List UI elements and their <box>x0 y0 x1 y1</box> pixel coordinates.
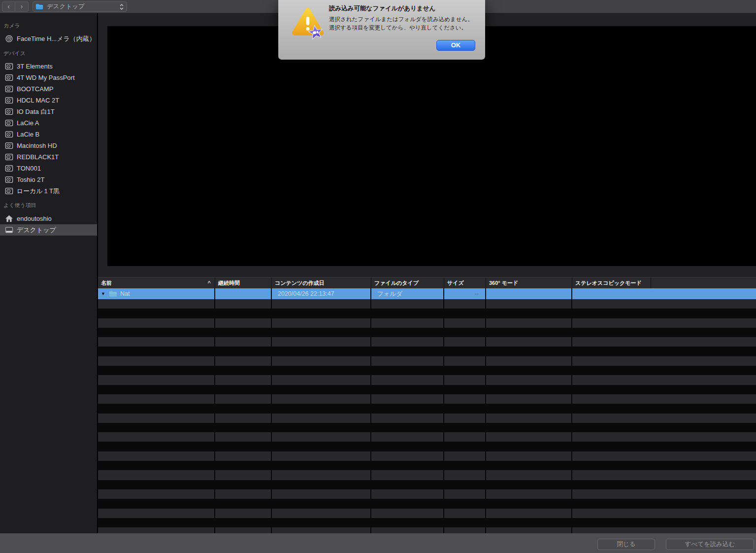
file-name: Nat <box>120 288 130 299</box>
column-header[interactable]: 継続時間 <box>215 277 272 288</box>
desktop-icon <box>5 226 13 234</box>
sidebar-item-drive[interactable]: TON001 <box>0 163 97 174</box>
column-header[interactable]: 名前^ <box>98 277 215 288</box>
drive-icon <box>5 153 13 161</box>
sidebar-section-title: カメラ <box>3 22 20 29</box>
sidebar-item-drive[interactable]: 4T WD My PassPort <box>0 72 97 83</box>
created-date-cell: 2020/04/26 22:13:47 <box>272 288 371 299</box>
empty-table-row <box>98 518 756 527</box>
empty-table-row <box>98 366 756 375</box>
blue-folder-icon <box>35 3 43 10</box>
empty-table-row <box>98 414 756 423</box>
dialog-message: 選択されたファイルまたはフォルダを読み込めません。選択する項目を変更してから、や… <box>329 15 475 32</box>
nav-buttons: ‹ › <box>2 1 29 12</box>
import-all-button[interactable]: すべてを読み込む <box>666 539 754 550</box>
sidebar-item-label: Macintosh HD <box>17 142 57 149</box>
home-icon <box>5 214 13 223</box>
sidebar-item-drive[interactable]: ローカル１T黒 <box>0 185 97 197</box>
sidebar-item-desktop[interactable]: デスクトップ <box>0 224 97 236</box>
empty-table-row <box>98 432 756 442</box>
sidebar-item-label: HDCL MAC 2T <box>17 97 59 104</box>
drive-icon <box>5 119 13 127</box>
drive-icon <box>5 96 13 104</box>
sidebar-item-label: 3T Elements <box>17 63 53 70</box>
sidebar-item-drive[interactable]: Toshio 2T <box>0 174 97 185</box>
import-media-window: ‹ › デスクトップ カメラFaceTime H...メラ（内蔵）デバイス3T … <box>0 0 756 553</box>
stereo-mode-cell <box>572 288 756 299</box>
folder-icon <box>109 290 117 297</box>
warning-imovie-icon <box>290 5 328 44</box>
empty-table-row <box>98 328 756 337</box>
sidebar-item-label: Toshio 2T <box>17 176 44 183</box>
drive-icon <box>5 141 13 150</box>
sidebar-item-label: 4T WD My PassPort <box>17 74 75 81</box>
empty-table-row <box>98 394 756 404</box>
empty-table-row <box>98 309 756 318</box>
mode-360-cell <box>486 288 572 299</box>
empty-table-row <box>98 442 756 451</box>
empty-table-row <box>98 375 756 384</box>
forward-button[interactable]: › <box>15 1 29 12</box>
drive-icon <box>5 107 13 116</box>
table-header: 名前^継続時間コンテンツの作成日ファイルのタイプサイズ360° モードステレオス… <box>98 277 756 288</box>
drive-icon <box>5 130 13 138</box>
sidebar-item-label: LaCie A <box>17 119 39 127</box>
empty-table-row <box>98 461 756 470</box>
empty-table-row <box>98 385 756 394</box>
sidebar-item-label: デスクトップ <box>17 226 56 235</box>
camera-icon <box>5 35 13 43</box>
column-header[interactable]: サイズ <box>444 277 486 288</box>
sidebar-item-drive[interactable]: Macintosh HD <box>0 140 97 151</box>
name-cell: ▼ Nat <box>98 288 215 299</box>
empty-table-row <box>98 527 756 533</box>
file-type-cell: フォルダ <box>371 288 444 299</box>
sidebar-item-drive[interactable]: HDCL MAC 2T <box>0 95 97 106</box>
empty-table-row <box>98 299 756 309</box>
column-header[interactable]: ファイルのタイプ <box>371 277 444 288</box>
sidebar-item-label: IO Data 白1T <box>17 107 55 116</box>
empty-table-row <box>98 423 756 432</box>
disclosure-triangle-icon[interactable]: ▼ <box>101 288 106 299</box>
column-header-filler <box>651 277 756 288</box>
column-header[interactable]: コンテンツの作成日 <box>272 277 371 288</box>
close-button[interactable]: 閉じる <box>597 539 655 550</box>
sidebar-item-camera[interactable]: FaceTime H...メラ（内蔵） <box>0 33 97 44</box>
drive-icon <box>5 85 13 93</box>
sort-ascending-icon: ^ <box>208 277 211 288</box>
alert-dialog: 読み込み可能なファイルがありません 選択されたファイルまたはフォルダを読み込めま… <box>278 0 485 60</box>
table-empty-rows <box>98 299 756 533</box>
sidebar-item-drive[interactable]: BOOTCAMP <box>0 83 97 95</box>
empty-table-row <box>98 404 756 413</box>
sidebar-section-title: よく使う項目 <box>3 202 36 208</box>
ok-button[interactable]: OK <box>436 40 475 51</box>
empty-table-row <box>98 451 756 461</box>
column-header[interactable]: ステレオスコピックモード <box>572 277 651 288</box>
empty-table-row <box>98 509 756 518</box>
location-dropdown[interactable]: デスクトップ <box>33 1 127 12</box>
sidebar-item-label: LaCie B <box>17 131 39 138</box>
bottom-bar: 閉じる すべてを読み込む <box>0 533 756 553</box>
sidebar-item-drive[interactable]: LaCie A <box>0 117 97 129</box>
sidebar-item-label: BOOTCAMP <box>17 85 53 93</box>
empty-table-row <box>98 346 756 356</box>
dialog-title: 読み込み可能なファイルがありません <box>329 4 435 13</box>
drive-icon <box>5 175 13 184</box>
empty-table-row <box>98 499 756 508</box>
empty-table-row <box>98 470 756 480</box>
sidebar-item-drive[interactable]: LaCie B <box>0 129 97 140</box>
drive-icon <box>5 62 13 70</box>
sidebar-item-label: TON001 <box>17 165 41 172</box>
media-preview-area <box>107 26 756 266</box>
sidebar-item-drive[interactable]: IO Data 白1T <box>0 106 97 117</box>
table-row[interactable]: ▼ Nat 2020/04/26 22:13:47 フォルダ -- <box>98 288 756 299</box>
empty-table-row <box>98 480 756 489</box>
sidebar-item-home[interactable]: endoutoshio <box>0 213 97 224</box>
size-cell: -- <box>444 288 486 299</box>
empty-table-row <box>98 489 756 499</box>
sidebar-item-label: REDBLACK1T <box>17 153 59 161</box>
column-header[interactable]: 360° モード <box>486 277 572 288</box>
back-button[interactable]: ‹ <box>2 1 15 12</box>
sidebar-item-drive[interactable]: REDBLACK1T <box>0 151 97 163</box>
empty-table-row <box>98 337 756 346</box>
sidebar-item-drive[interactable]: 3T Elements <box>0 61 97 72</box>
